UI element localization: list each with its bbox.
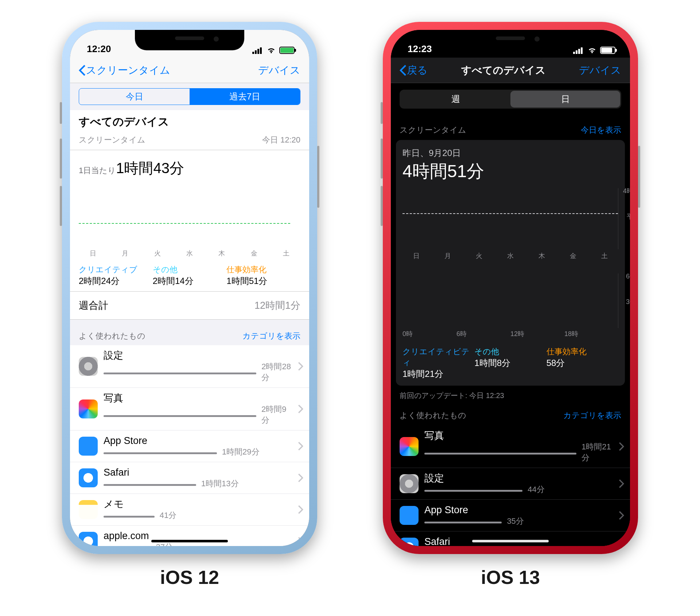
legend-value: 1時間51分 bbox=[226, 275, 300, 287]
app-name: 写真 bbox=[424, 430, 613, 441]
home-indicator[interactable] bbox=[151, 540, 228, 542]
app-name: App Store bbox=[424, 504, 613, 516]
back-button[interactable]: 戻る bbox=[400, 63, 428, 77]
back-label: スクリーンタイム bbox=[86, 63, 170, 77]
cellular-icon bbox=[573, 47, 584, 54]
app-name: メモ bbox=[104, 498, 292, 510]
legend-value: 1時間8分 bbox=[474, 357, 546, 369]
weekly-card: 1日当たり1時間43分 日月火水木金土 クリエイティブ2時間24分その他2時間1… bbox=[70, 150, 309, 292]
home-indicator[interactable] bbox=[472, 540, 549, 542]
avg-value: 1時間43分 bbox=[116, 160, 184, 176]
app-row[interactable]: メモ 41分 bbox=[70, 494, 309, 526]
app-icon bbox=[79, 399, 98, 418]
app-row[interactable]: App Store 35分 bbox=[391, 500, 630, 531]
legend-label: 仕事効率化 bbox=[547, 346, 618, 357]
week-total-row[interactable]: 週合計 12時間1分 bbox=[70, 292, 309, 320]
app-icon bbox=[79, 468, 98, 487]
app-time: 2時間28分 bbox=[261, 361, 292, 383]
chevron-right-icon bbox=[619, 511, 624, 520]
app-row[interactable]: 設定 44分 bbox=[391, 468, 630, 500]
app-time: 2時間9分 bbox=[261, 404, 292, 426]
app-time: 1時間21分 bbox=[582, 441, 613, 463]
chevron-right-icon bbox=[298, 405, 303, 413]
app-icon bbox=[79, 357, 98, 376]
show-today-button[interactable]: 今日を表示 bbox=[581, 125, 621, 136]
sub-label: スクリーンタイム bbox=[79, 134, 145, 145]
clock: 12:20 bbox=[87, 43, 111, 55]
app-icon bbox=[79, 532, 98, 546]
app-row[interactable]: Safari 1時間13分 bbox=[70, 462, 309, 494]
y-axis-60: 60分 bbox=[626, 272, 630, 281]
legend-value: 2時間24分 bbox=[79, 275, 153, 287]
chevron-right-icon bbox=[298, 442, 303, 451]
nav-bar: スクリーンタイム デバイス bbox=[70, 58, 309, 83]
segmented-control[interactable]: 今日 過去7日 bbox=[79, 88, 300, 105]
legend-label: クリエイティブ bbox=[79, 264, 153, 275]
seg-week[interactable]: 週 bbox=[401, 91, 510, 108]
app-time: 44分 bbox=[528, 484, 544, 495]
app-time: 1時間29分 bbox=[222, 447, 260, 457]
caption-ios13: iOS 13 bbox=[481, 566, 540, 588]
battery-icon bbox=[279, 47, 295, 54]
legend-value: 58分 bbox=[547, 357, 618, 369]
seg-today[interactable]: 今日 bbox=[79, 89, 190, 105]
notch bbox=[456, 30, 565, 50]
app-row[interactable]: 設定 2時間28分 bbox=[70, 345, 309, 388]
legend-label: 仕事効率化 bbox=[226, 264, 300, 275]
app-icon bbox=[400, 474, 419, 493]
chevron-right-icon bbox=[298, 362, 303, 371]
chevron-left-icon bbox=[400, 65, 406, 76]
chevron-right-icon bbox=[619, 442, 624, 451]
chevron-right-icon bbox=[298, 537, 303, 546]
avg-prefix: 1日当たり bbox=[79, 166, 116, 175]
weekly-chart: 4時間 平均 0 bbox=[402, 188, 618, 249]
weekly-chart bbox=[79, 186, 300, 244]
legend-label: その他 bbox=[153, 264, 227, 275]
chevron-right-icon bbox=[619, 479, 624, 488]
show-categories-button[interactable]: カテゴリを表示 bbox=[242, 331, 300, 342]
app-name: 設定 bbox=[424, 472, 613, 484]
app-row[interactable]: 写真 1時間21分 bbox=[391, 425, 630, 468]
week-total-value: 12時間1分 bbox=[254, 299, 300, 312]
caption-ios12: iOS 12 bbox=[160, 566, 219, 588]
segmented-control[interactable]: 週 日 bbox=[400, 90, 621, 109]
daily-card: 昨日、9月20日 4時間51分 4時間 平均 0 日月火水木金土 bbox=[396, 140, 625, 386]
phone-ios13: 12:23 戻る すべてのデバイス デバイス bbox=[383, 22, 638, 554]
most-used-header: よく使われたもの bbox=[79, 331, 145, 342]
notch bbox=[135, 30, 244, 50]
app-row[interactable]: 写真 2時間9分 bbox=[70, 388, 309, 430]
app-row[interactable]: Safari 32分 bbox=[391, 531, 630, 546]
legend-label: クリエイティビティ bbox=[402, 346, 474, 368]
app-time: 1時間13分 bbox=[201, 478, 239, 489]
app-row[interactable]: App Store 1時間29分 bbox=[70, 430, 309, 462]
app-name: 写真 bbox=[104, 392, 292, 404]
phone-ios12: 12:20 スクリーンタイム デバイス bbox=[62, 22, 317, 554]
devices-button[interactable]: デバイス bbox=[258, 63, 300, 77]
seg-week[interactable]: 過去7日 bbox=[190, 89, 300, 105]
last-update: 前回のアップデート: 今日 12:23 bbox=[391, 386, 630, 401]
wifi-icon bbox=[267, 46, 276, 55]
y-axis-4h: 4時間 bbox=[623, 187, 630, 195]
wifi-icon bbox=[588, 46, 596, 55]
chevron-right-icon bbox=[619, 543, 624, 546]
app-name: 設定 bbox=[104, 350, 292, 361]
chevron-right-icon bbox=[298, 505, 303, 514]
app-icon bbox=[400, 538, 419, 546]
date-label: 昨日、9月20日 bbox=[402, 147, 618, 159]
chevron-right-icon bbox=[298, 473, 303, 482]
nav-bar: 戻る すべてのデバイス デバイス bbox=[391, 58, 630, 83]
most-used-header: よく使われたもの bbox=[400, 410, 466, 421]
chevron-left-icon bbox=[79, 65, 85, 76]
back-button[interactable]: スクリーンタイム bbox=[79, 63, 170, 77]
seg-day[interactable]: 日 bbox=[510, 91, 620, 108]
show-categories-button[interactable]: カテゴリを表示 bbox=[563, 410, 621, 421]
battery-icon bbox=[600, 47, 615, 54]
week-total-label: 週合計 bbox=[79, 299, 108, 312]
back-label: 戻る bbox=[407, 63, 428, 77]
devices-button[interactable]: デバイス bbox=[579, 63, 621, 77]
total-value: 4時間51分 bbox=[402, 160, 618, 183]
legend-value: 2時間14分 bbox=[153, 275, 227, 287]
app-icon bbox=[400, 437, 419, 456]
sub-time: 今日 12:20 bbox=[262, 134, 300, 145]
app-row[interactable]: apple.com 37分 bbox=[70, 526, 309, 546]
